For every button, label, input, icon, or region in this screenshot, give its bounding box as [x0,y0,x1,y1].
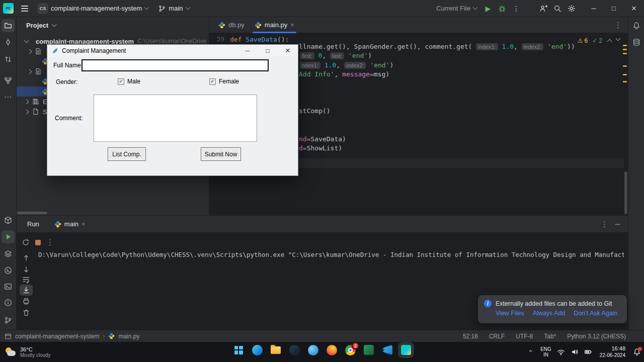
code-line[interactable]: stComp() [299,107,331,116]
always-add-link[interactable]: Always Add [533,310,566,317]
line-separator[interactable]: CRLF [489,333,505,340]
hidden-icons-chevron[interactable]: ^ [529,349,532,355]
notifications-button[interactable] [630,19,643,32]
pycharm-app[interactable] [400,344,412,356]
breadcrumb-file[interactable]: main.py [118,333,139,340]
code-line[interactable]: nd=SaveData) [299,135,346,144]
run-button[interactable]: ▶ [481,2,495,15]
vscode-app[interactable] [381,344,393,356]
stop-icon[interactable] [35,240,41,245]
main-menu-button[interactable] [18,2,32,15]
complaint-management-dialog: Complaint Management ─ □ × Full Name: Ge… [47,44,298,176]
close-tab-icon[interactable]: × [82,220,86,228]
list-complaints-button[interactable]: List Comp. [108,147,146,161]
more-actions-button[interactable]: ⋮ [509,2,523,15]
taskbar-weather[interactable]: 36°C Mostly cloudy [5,342,51,362]
tool-pull-requests-button[interactable] [2,53,15,66]
chrome-app[interactable]: 2 [344,344,356,356]
dialog-minimize-button[interactable]: ─ [237,45,258,57]
scroll-to-end-icon[interactable] [20,285,33,296]
chevron-down-icon [144,5,149,10]
tool-python-packages-button[interactable] [2,214,15,227]
edge-app[interactable] [251,344,263,356]
battery-icon[interactable] [584,348,592,356]
code-line[interactable]: llname.get(), SpanGender.get(), comment.… [299,42,575,51]
run-panel-title[interactable]: Run [27,220,39,228]
breadcrumb-project[interactable]: complaint-management-system [15,333,99,340]
code-line[interactable]: Add Info', message=msg) [299,70,389,79]
code-with-me-button[interactable] [536,2,550,15]
soft-wrap-icon[interactable] [20,274,33,285]
language-indicator[interactable]: ENG IN [540,346,551,357]
debug-button[interactable] [495,2,509,15]
volume-icon[interactable] [571,348,579,356]
indent-style[interactable]: Tab* [544,333,556,340]
full-name-input[interactable] [82,59,269,71]
tool-run-button[interactable] [2,230,15,243]
dont-ask-again-link[interactable]: Don't Ask Again [574,310,617,317]
taskbar-clock[interactable]: 16:48 22-06-2024 [600,345,625,358]
clear-console-icon[interactable] [20,307,33,318]
browser-app[interactable] [307,344,319,356]
excel-app[interactable] [363,344,375,356]
dialog-titlebar[interactable]: Complaint Management ─ □ × [47,45,298,57]
tool-commit-button[interactable] [2,36,15,49]
tool-python-console-button[interactable] [2,264,15,277]
comment-textarea[interactable] [94,95,257,142]
file-explorer-app[interactable] [270,344,282,356]
dialog-maximize-button[interactable]: □ [258,45,278,57]
vertical-scrollbar[interactable] [624,171,627,214]
down-stack-trace-icon[interactable] [20,264,33,275]
caret-position[interactable]: 52:16 [463,333,478,340]
inspections-widget[interactable]: ⚠6 ✓2 [578,37,620,44]
project-panel-header[interactable]: Project [17,17,209,33]
close-button[interactable]: × [624,0,644,17]
steam-app[interactable] [288,344,300,356]
more-tool-windows-button[interactable]: ⋯ [2,90,15,104]
view-files-link[interactable]: View Files [496,310,524,317]
project-selector[interactable]: CS complaint-management-system [34,2,152,15]
tool-services-button[interactable] [2,247,15,260]
file-icon [35,48,42,55]
maximize-button[interactable]: □ [604,0,624,17]
dialog-close-button[interactable]: × [278,45,298,57]
male-checkbox[interactable]: ✓ Male [118,78,140,85]
full-name-label: Full Name: [53,62,83,69]
code-line[interactable]: d=ShowList) [299,144,342,153]
tool-version-control-button[interactable] [2,314,15,327]
print-icon[interactable] [20,296,33,307]
horizontal-scrollbar[interactable] [17,212,47,214]
tool-project-button[interactable] [2,19,15,32]
run-options-button[interactable]: ⋮ [601,220,608,229]
left-tool-rail: ⋯ [0,17,17,330]
minimize-button[interactable]: ─ [584,0,604,17]
code-line[interactable]: def SaveData(): [230,35,289,44]
run-tab-main[interactable]: main × [54,220,86,228]
notification-center-button[interactable] [633,348,641,356]
prev-problem-icon[interactable] [607,39,612,44]
scroll-mark [623,65,627,67]
run-config-selector[interactable]: Current File [432,2,481,15]
start-button[interactable] [232,344,245,356]
hide-panel-button[interactable]: ─ [615,220,620,228]
file-encoding[interactable]: UTF-8 [516,333,533,340]
console-output[interactable]: D:\Varun\College\Code\Python\Udemy\CHESS… [38,251,624,258]
up-stack-trace-icon[interactable] [20,252,33,263]
workspace-icon[interactable] [5,333,12,340]
tool-structure-button[interactable] [2,74,15,87]
tool-database-button[interactable] [630,36,643,49]
submit-button[interactable]: Submit Now [201,147,241,161]
toolbar-more-button[interactable]: ⋮ [46,238,54,247]
code-line[interactable]: ndex1: 1.0, index2: 'end') [300,61,393,70]
firefox-app[interactable] [326,344,338,356]
female-checkbox[interactable]: ✓ Female [209,78,239,85]
search-everywhere-button[interactable] [550,2,565,15]
tool-terminal-button[interactable] [2,280,15,293]
code-line[interactable]: first: 0, last: 'end') [300,51,372,60]
tool-problems-button[interactable] [2,296,15,309]
settings-button[interactable] [565,2,579,15]
wifi-icon[interactable] [557,348,565,356]
branch-selector[interactable]: main [154,2,193,15]
python-interpreter[interactable]: Python 3.12 (CHESS) [567,333,626,340]
rerun-icon[interactable] [22,238,30,246]
